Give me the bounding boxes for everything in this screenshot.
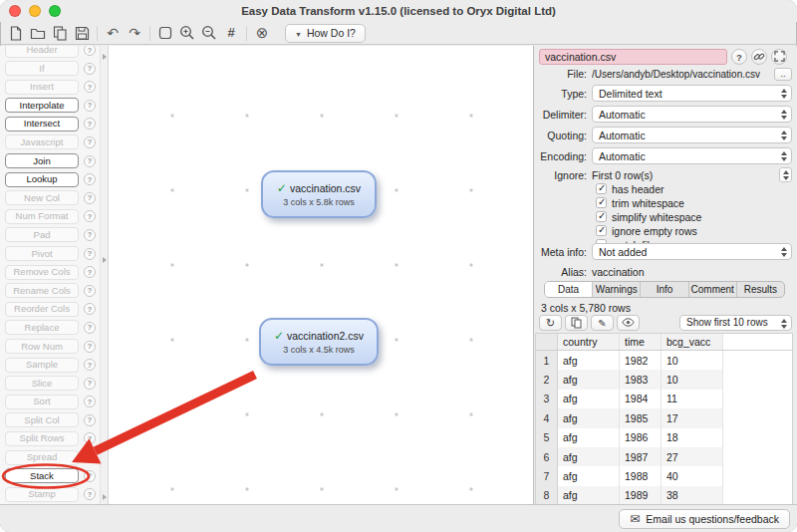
- checkbox[interactable]: [596, 183, 607, 194]
- help-icon[interactable]: [84, 81, 96, 93]
- close-button[interactable]: [9, 5, 21, 17]
- transform-button[interactable]: Pad: [5, 227, 79, 242]
- link-button[interactable]: [751, 49, 767, 65]
- transform-button[interactable]: Reorder Cols: [5, 302, 79, 317]
- ignore-stepper[interactable]: [779, 167, 792, 182]
- transform-button[interactable]: Remove Cols: [5, 265, 79, 280]
- transform-button[interactable]: Javascript: [5, 134, 79, 149]
- zoom-in-button[interactable]: [176, 23, 198, 44]
- refresh-button[interactable]: [539, 315, 562, 331]
- transform-button[interactable]: Sample: [5, 358, 79, 373]
- help-icon[interactable]: [84, 432, 96, 444]
- node-vaccination2-csv[interactable]: vaccination2.csv 3 cols x 4.5k rows: [259, 318, 379, 366]
- pane-splitter[interactable]: [100, 46, 109, 504]
- transform-button[interactable]: Join: [5, 153, 79, 168]
- transform-button[interactable]: Insert: [5, 80, 79, 95]
- canvas[interactable]: vaccination.csv 3 cols x 5.8k rows vacci…: [109, 46, 533, 504]
- dropdown[interactable]: Automatic: [592, 147, 792, 164]
- expand-button[interactable]: [771, 49, 787, 65]
- node-vaccination-csv[interactable]: vaccination.csv 3 cols x 5.8k rows: [261, 170, 377, 218]
- transform-button[interactable]: Stack: [5, 468, 79, 483]
- table-row[interactable]: 3 afg 1984 11: [536, 390, 792, 408]
- feedback-button[interactable]: Email us questions/feedback: [619, 509, 790, 529]
- save-button[interactable]: [71, 23, 93, 44]
- table-row[interactable]: 5 afg 1986 18: [536, 428, 792, 447]
- inspector-tab[interactable]: Warnings: [593, 282, 641, 297]
- inspector-tab[interactable]: Info: [641, 282, 688, 297]
- ignore-value[interactable]: First 0 row(s): [592, 169, 653, 181]
- table-row[interactable]: 2 afg 1983 10: [536, 370, 792, 389]
- help-icon[interactable]: [84, 488, 96, 500]
- inspector-tab[interactable]: Data: [545, 282, 593, 297]
- help-icon[interactable]: [84, 396, 96, 407]
- checkbox[interactable]: [596, 197, 607, 208]
- dropdown[interactable]: Automatic: [592, 127, 792, 143]
- how-do-i-button[interactable]: How Do I?: [285, 24, 366, 43]
- help-icon[interactable]: [84, 303, 96, 315]
- table-row[interactable]: 6 afg 1987 27: [536, 447, 792, 466]
- edit-button[interactable]: [591, 315, 614, 331]
- help-icon[interactable]: [84, 322, 96, 334]
- transform-button[interactable]: Stamp: [5, 487, 79, 502]
- help-icon[interactable]: [84, 470, 96, 482]
- header-country[interactable]: country: [558, 334, 620, 350]
- cancel-button[interactable]: [251, 23, 273, 44]
- transform-button[interactable]: Slice: [5, 376, 79, 391]
- transform-button[interactable]: New Col: [5, 190, 79, 205]
- new-button[interactable]: [5, 23, 27, 44]
- redo-button[interactable]: [124, 23, 145, 44]
- transform-button[interactable]: Split Rows: [5, 431, 79, 446]
- transform-button[interactable]: Pivot: [5, 246, 79, 261]
- transform-button[interactable]: Spread: [5, 450, 79, 465]
- help-icon[interactable]: [84, 100, 96, 112]
- help-icon[interactable]: [84, 414, 96, 426]
- dropdown[interactable]: Delimited text: [592, 85, 792, 102]
- help-icon[interactable]: [84, 192, 96, 204]
- undo-button[interactable]: [102, 23, 124, 44]
- open-button[interactable]: [27, 23, 49, 44]
- dropdown[interactable]: Automatic: [592, 106, 792, 123]
- alias-value[interactable]: vaccination: [592, 266, 645, 278]
- transform-button[interactable]: Intersect: [5, 117, 79, 132]
- table-row[interactable]: 7 afg 1988 40: [536, 466, 792, 485]
- help-icon[interactable]: [84, 136, 96, 148]
- browse-button[interactable]: ..: [774, 68, 792, 81]
- help-icon[interactable]: [84, 173, 96, 185]
- inspector-tab[interactable]: Comment: [689, 282, 737, 297]
- zoom-button[interactable]: [49, 5, 61, 17]
- zoom-out-button[interactable]: [198, 23, 220, 44]
- transform-button[interactable]: If: [5, 61, 79, 76]
- rows-dropdown[interactable]: Show first 10 rows: [679, 315, 792, 331]
- copy-button[interactable]: [565, 315, 588, 331]
- help-icon[interactable]: [84, 210, 96, 222]
- help-icon[interactable]: [84, 229, 96, 241]
- help-icon[interactable]: [84, 46, 96, 56]
- transform-button[interactable]: Interpolate: [5, 98, 79, 113]
- help-icon[interactable]: [84, 285, 96, 297]
- select-button[interactable]: [154, 23, 176, 44]
- node-name-field[interactable]: vaccination.csv: [539, 49, 727, 65]
- transform-button[interactable]: Lookup: [5, 172, 79, 187]
- help-icon[interactable]: [84, 451, 96, 463]
- help-icon[interactable]: [84, 266, 96, 278]
- grid-toggle-button[interactable]: [220, 23, 242, 44]
- help-button[interactable]: [731, 49, 747, 65]
- checkbox[interactable]: [596, 211, 607, 222]
- transform-button[interactable]: Split Col: [5, 412, 79, 427]
- help-icon[interactable]: [84, 359, 96, 371]
- minimize-button[interactable]: [29, 5, 41, 17]
- transform-button[interactable]: Num Format: [5, 209, 79, 224]
- help-icon[interactable]: [84, 248, 96, 260]
- table-row[interactable]: 1 afg 1982 10: [536, 351, 792, 370]
- help-icon[interactable]: [84, 118, 96, 130]
- meta-dropdown[interactable]: Not added: [592, 243, 792, 260]
- help-icon[interactable]: [84, 155, 96, 167]
- transform-button[interactable]: Replace: [5, 320, 79, 335]
- transform-button[interactable]: Header: [5, 46, 79, 58]
- help-icon[interactable]: [84, 378, 96, 390]
- checkbox[interactable]: [596, 225, 607, 236]
- transform-button[interactable]: Rename Cols: [5, 283, 79, 298]
- header-time[interactable]: time: [620, 334, 662, 350]
- header-bcg-vacc[interactable]: bcg_vacc: [662, 334, 723, 350]
- inspector-tab[interactable]: Results: [737, 282, 784, 297]
